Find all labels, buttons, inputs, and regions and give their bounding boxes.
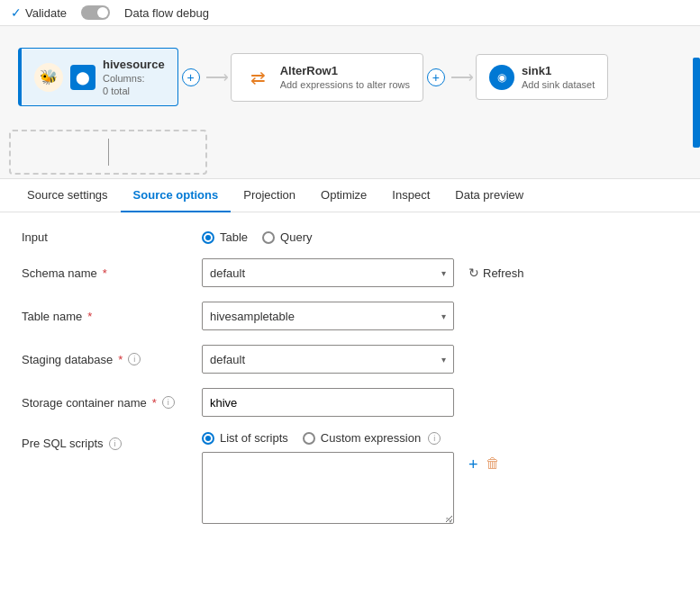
add-after-source[interactable]: + <box>182 68 200 86</box>
input-query-radio[interactable]: Query <box>262 230 312 244</box>
hivesource-info: hivesource Columns: 0 total <box>103 58 165 96</box>
storage-container-row: Storage container name * i <box>22 388 678 417</box>
input-row: Input Table Query <box>22 230 678 244</box>
sink-info: sink1 Add sink dataset <box>522 64 595 90</box>
custom-expr-info-icon[interactable]: i <box>428 432 441 445</box>
hivesource-node[interactable]: 🐝 ⬤ hivesource Columns: 0 total <box>18 48 178 106</box>
input-table-radio[interactable]: Table <box>202 230 248 244</box>
resize-handle-icon: ⤡ <box>445 515 452 525</box>
add-after-alter[interactable]: + <box>427 68 445 86</box>
vertical-line <box>108 139 109 166</box>
sql-textarea-wrapper: ⤡ <box>202 452 454 527</box>
alterrow-node[interactable]: ⇄ AlterRow1 Add expressions to alter row… <box>231 53 423 102</box>
arrow-1: ⟶ <box>205 68 229 87</box>
add-script-icon[interactable]: + <box>468 455 478 474</box>
sql-textarea[interactable] <box>202 452 454 524</box>
table-name-dropdown-arrow: ▾ <box>441 311 446 321</box>
action-icons: + 🗑 <box>468 455 500 474</box>
staging-info-icon[interactable]: i <box>128 353 141 365</box>
validate-button[interactable]: ✓ Validate <box>11 5 67 20</box>
alter-arrows-icon: ⇄ <box>250 67 266 88</box>
node-icon-hivesource: 🐝 <box>34 63 63 92</box>
pre-sql-info-icon[interactable]: i <box>109 437 122 450</box>
table-radio-circle[interactable] <box>202 231 214 244</box>
debug-toggle[interactable] <box>81 5 110 20</box>
alterrow-sub: Add expressions to alter rows <box>280 79 410 90</box>
form-content: Input Table Query Schema name * default <box>0 212 700 559</box>
validate-label: Validate <box>25 6 67 20</box>
tab-optimize[interactable]: Optimize <box>308 179 379 212</box>
storage-container-value <box>202 388 678 417</box>
schema-dropdown[interactable]: default ▾ <box>202 258 454 287</box>
check-icon: ✓ <box>11 5 22 20</box>
flow-row: 🐝 ⬤ hivesource Columns: 0 total + ⟶ ⇄ Al… <box>18 48 682 106</box>
refresh-icon: ↻ <box>468 266 479 280</box>
schema-label: Schema name * <box>22 266 202 280</box>
debug-label: Data flow debug <box>124 6 209 20</box>
sink-sub: Add sink dataset <box>522 79 595 90</box>
table-name-dropdown-value: hivesampletable <box>210 310 295 323</box>
table-name-label: Table name * <box>22 310 202 323</box>
storage-info-icon[interactable]: i <box>162 396 175 409</box>
alterrow-info: AlterRow1 Add expressions to alter rows <box>280 64 410 90</box>
hivesource-sub1: Columns: <box>103 73 165 84</box>
scripts-row: ⤡ + 🗑 <box>202 452 500 527</box>
schema-dropdown-value: default <box>210 266 245 280</box>
schema-dropdown-arrow: ▾ <box>441 268 446 278</box>
alter-icon: ⇄ <box>244 63 273 92</box>
table-name-dropdown[interactable]: hivesampletable ▾ <box>202 302 454 330</box>
dashed-placeholder <box>9 130 207 175</box>
hive-icon: 🐝 <box>34 63 63 92</box>
pipeline-canvas: 🐝 ⬤ hivesource Columns: 0 total + ⟶ ⇄ Al… <box>0 26 700 179</box>
toggle-knob <box>97 7 108 18</box>
toolbar: ✓ Validate Data flow debug <box>0 0 700 26</box>
storage-required: * <box>152 396 157 410</box>
tab-source-options[interactable]: Source options <box>121 179 232 212</box>
schema-row: Schema name * default ▾ ↻ Refresh <box>22 258 678 287</box>
query-radio-label: Query <box>280 230 312 244</box>
staging-db-label: Staging database * i <box>22 353 202 366</box>
table-name-row: Table name * hivesampletable ▾ <box>22 302 678 330</box>
staging-db-dropdown[interactable]: default ▾ <box>202 345 454 374</box>
sink-node[interactable]: ◉ sink1 Add sink dataset <box>476 54 608 100</box>
tab-projection[interactable]: Projection <box>231 179 308 212</box>
pre-sql-radio-group: List of scripts Custom expression i <box>202 431 441 445</box>
staging-db-dropdown-arrow: ▾ <box>441 355 446 365</box>
storage-container-input[interactable] <box>202 388 454 417</box>
custom-radio-circle[interactable] <box>303 432 315 445</box>
pre-sql-custom-radio[interactable]: Custom expression i <box>303 431 441 445</box>
staging-db-dropdown-value: default <box>210 353 245 366</box>
sink-icon: ◉ <box>489 65 514 90</box>
input-radio-group: Table Query <box>202 230 312 244</box>
table-name-value: hivesampletable ▾ <box>202 302 678 330</box>
tab-data-preview[interactable]: Data preview <box>442 179 536 212</box>
pre-sql-list-radio[interactable]: List of scripts <box>202 431 288 445</box>
input-label: Input <box>22 230 202 244</box>
staging-required: * <box>118 353 123 366</box>
pre-sql-row: Pre SQL scripts i List of scripts Custom… <box>22 431 678 527</box>
tab-source-settings[interactable]: Source settings <box>14 179 121 212</box>
tab-inspect[interactable]: Inspect <box>379 179 442 212</box>
hivesource-sub2: 0 total <box>103 86 165 96</box>
custom-expression-label: Custom expression <box>321 431 421 445</box>
tab-bar: Source settings Source options Projectio… <box>0 179 700 212</box>
schema-value: default ▾ ↻ Refresh <box>202 258 678 287</box>
refresh-button[interactable]: ↻ Refresh <box>468 266 524 280</box>
staging-db-value: default ▾ <box>202 345 678 374</box>
alterrow-title: AlterRow1 <box>280 64 410 77</box>
table-required: * <box>87 310 92 323</box>
table-radio-label: Table <box>220 230 248 244</box>
list-radio-circle[interactable] <box>202 432 214 445</box>
arrow-2: ⟶ <box>450 68 474 87</box>
blue-bar <box>693 58 700 148</box>
query-radio-circle[interactable] <box>262 231 275 244</box>
list-scripts-label: List of scripts <box>220 431 288 445</box>
schema-required: * <box>103 266 107 280</box>
staging-db-row: Staging database * i default ▾ <box>22 345 678 374</box>
storage-container-label: Storage container name * i <box>22 396 202 410</box>
pre-sql-value: List of scripts Custom expression i ⤡ + … <box>202 431 678 527</box>
delete-script-icon[interactable]: 🗑 <box>486 455 500 472</box>
source-icon: ⬤ <box>70 65 95 90</box>
input-value: Table Query <box>202 230 678 244</box>
pre-sql-label: Pre SQL scripts i <box>22 431 202 450</box>
